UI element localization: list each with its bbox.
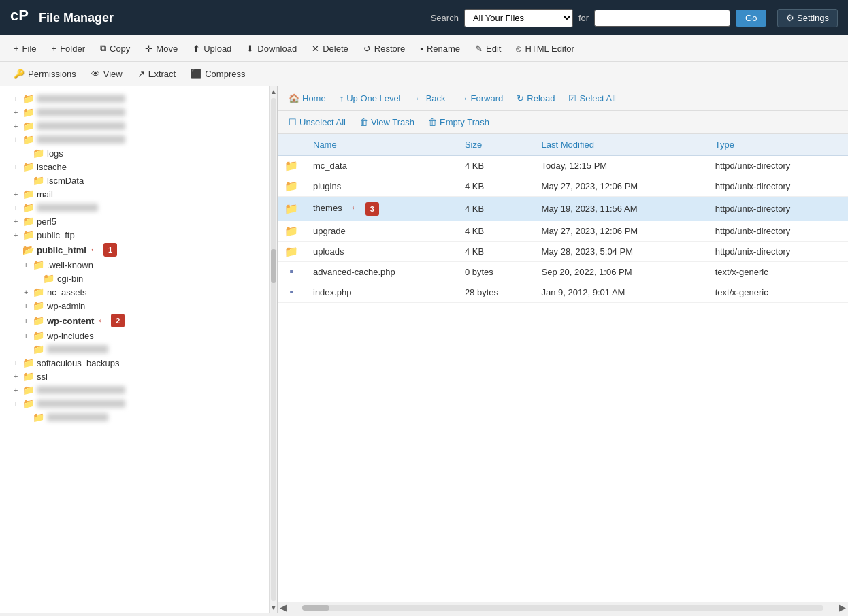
sidebar-item-public-ftp[interactable]: + 📁 public_ftp <box>0 228 269 242</box>
content-nav-row2: ☐ Unselect All 🗑 View Trash 🗑 Empty Tras… <box>278 111 848 134</box>
list-item[interactable]: 📁 <box>0 410 269 424</box>
folder-icon: 📁 <box>33 330 44 341</box>
home-button[interactable]: 🏠 Home <box>283 91 331 106</box>
list-item[interactable]: + 📁 <box>0 133 269 146</box>
table-row[interactable]: 📁 upgrade 4 KB May 27, 2023, 12:06 PM ht… <box>278 221 848 241</box>
settings-button[interactable]: ⚙ Settings <box>777 9 838 27</box>
copy-button[interactable]: ⧉ Copy <box>93 39 137 57</box>
compress-icon: ⬛ <box>191 69 201 79</box>
sidebar-item-lscmdata[interactable]: 📁 lscmData <box>0 174 269 187</box>
sidebar-item-cgi-bin[interactable]: 📁 cgi-bin <box>0 272 269 285</box>
row-name[interactable]: themes ← 3 <box>305 197 457 221</box>
row-name[interactable]: advanced-cache.php <box>305 261 457 282</box>
table-row[interactable]: 📁 uploads 4 KB May 28, 2023, 5:04 PM htt… <box>278 241 848 261</box>
arrow-right-icon: ← <box>350 201 361 213</box>
folder-icon: 📁 <box>33 259 44 270</box>
list-item[interactable]: + 📁 <box>0 383 269 397</box>
sidebar-item-label: .well-known <box>47 260 93 270</box>
eye-icon: 👁 <box>91 69 100 79</box>
sidebar-item-wp-content[interactable]: + 📁 wp-content ← 2 <box>0 312 269 329</box>
upload-button[interactable]: ⬆ Upload <box>186 39 238 57</box>
table-row[interactable]: ▪ advanced-cache.php 0 bytes Sep 20, 202… <box>278 261 848 282</box>
sidebar-item-wp-admin[interactable]: + 📁 wp-admin <box>0 299 269 312</box>
file-table: Name Size Last Modified Type 📁 mc_data 4… <box>278 134 848 303</box>
sidebar-item-nc-assets[interactable]: + 📁 nc_assets <box>0 285 269 299</box>
sidebar-item-label: ssl <box>37 372 48 382</box>
row-modified: Today, 12:15 PM <box>534 156 707 176</box>
row-name[interactable]: upgrade <box>305 221 457 241</box>
back-button[interactable]: ← Back <box>409 91 451 106</box>
rename-button[interactable]: ▪ Rename <box>413 39 467 57</box>
scroll-up-arrow[interactable]: ▲ <box>269 86 278 97</box>
main-layout: ▲ ▼ + 📁 + 📁 + 📁 + <box>0 86 848 613</box>
sidebar-item-ssl[interactable]: + 📁 ssl <box>0 370 269 383</box>
scroll-down-arrow[interactable]: ▼ <box>269 602 278 613</box>
scroll-left-arrow[interactable]: ◀ <box>278 602 289 613</box>
row-name[interactable]: plugins <box>305 176 457 197</box>
table-row[interactable]: 📁 plugins 4 KB May 27, 2023, 12:06 PM ht… <box>278 176 848 197</box>
list-item[interactable]: + 📁 <box>0 106 269 119</box>
scroll-thumb[interactable] <box>302 605 329 611</box>
list-item[interactable]: + 📁 <box>0 119 269 133</box>
table-header-row: Name Size Last Modified Type <box>278 134 848 156</box>
extract-button[interactable]: ↗ Extract <box>131 65 182 82</box>
col-size[interactable]: Size <box>457 134 534 156</box>
row-icon-cell: 📁 <box>278 241 305 261</box>
reload-button[interactable]: ↻ Reload <box>511 91 560 106</box>
move-button[interactable]: ✛ Move <box>138 39 184 57</box>
edit-button[interactable]: ✎ Edit <box>468 39 508 57</box>
extract-icon: ↗ <box>137 69 145 79</box>
list-item[interactable]: + 📁 <box>0 92 269 106</box>
up-one-level-button[interactable]: ↑ Up One Level <box>334 91 406 106</box>
list-item[interactable]: 📁 <box>0 342 269 356</box>
search-scope-dropdown[interactable]: All Your Files <box>464 9 573 27</box>
col-name[interactable] <box>278 134 305 156</box>
sidebar-item-wp-includes[interactable]: + 📁 wp-includes <box>0 329 269 342</box>
view-trash-button[interactable]: 🗑 View Trash <box>354 114 420 130</box>
col-modified[interactable]: Last Modified <box>534 134 707 156</box>
folder-icon: 📁 <box>22 93 34 104</box>
row-name[interactable]: index.php <box>305 282 457 302</box>
go-button[interactable]: Go <box>736 10 766 27</box>
forward-button[interactable]: → Forward <box>454 91 509 106</box>
empty-trash-button[interactable]: 🗑 Empty Trash <box>423 114 495 130</box>
sidebar-item-perl5[interactable]: + 📁 perl5 <box>0 214 269 228</box>
search-input[interactable] <box>594 10 730 27</box>
list-item[interactable]: + 📁 <box>0 397 269 410</box>
restore-icon: ↺ <box>363 44 371 54</box>
permissions-button[interactable]: 🔑 Permissions <box>7 65 83 82</box>
sidebar-item-softaculous[interactable]: + 📁 softaculous_backups <box>0 356 269 370</box>
table-row[interactable]: ▪ index.php 28 bytes Jan 9, 2012, 9:01 A… <box>278 282 848 302</box>
sidebar-item-well-known[interactable]: + 📁 .well-known <box>0 258 269 272</box>
row-name[interactable]: uploads <box>305 241 457 261</box>
row-type: httpd/unix-directory <box>707 241 848 261</box>
delete-button[interactable]: ✕ Delete <box>305 39 355 57</box>
folder-button[interactable]: + Folder <box>45 39 92 57</box>
html-editor-icon: ⎋ <box>516 44 521 54</box>
col-name-label[interactable]: Name <box>305 134 457 156</box>
scroll-right-arrow[interactable]: ▶ <box>837 602 848 613</box>
sidebar-item-lscache[interactable]: + 📁 lscache <box>0 160 269 174</box>
folder-icon: 📁 <box>22 385 34 395</box>
sidebar-item-label: cgi-bin <box>57 274 83 284</box>
sidebar-item-label: nc_assets <box>47 287 87 297</box>
list-item[interactable]: + 📁 <box>0 201 269 214</box>
row-name[interactable]: mc_data <box>305 156 457 176</box>
view-button[interactable]: 👁 View <box>84 65 129 82</box>
html-editor-button[interactable]: ⎋ HTML Editor <box>509 39 581 57</box>
sidebar-item-logs[interactable]: 📁 logs <box>0 146 269 160</box>
unselect-all-button[interactable]: ☐ Unselect All <box>283 114 351 130</box>
table-row[interactable]: 📁 mc_data 4 KB Today, 12:15 PM httpd/uni… <box>278 156 848 176</box>
compress-button[interactable]: ⬛ Compress <box>184 65 252 82</box>
select-all-button[interactable]: ☑ Select All <box>563 91 621 106</box>
file-button[interactable]: + File <box>7 39 44 57</box>
row-type: httpd/unix-directory <box>707 221 848 241</box>
table-row[interactable]: 📁 themes ← 3 4 KB May 19, 2023, 11:56 AM… <box>278 197 848 221</box>
scroll-track[interactable] <box>302 605 823 611</box>
restore-button[interactable]: ↺ Restore <box>357 39 412 57</box>
sidebar-item-public-html[interactable]: − 📂 public_html ← 1 <box>0 242 269 258</box>
sidebar-item-mail[interactable]: + 📁 mail <box>0 187 269 201</box>
col-type[interactable]: Type <box>707 134 848 156</box>
download-button[interactable]: ⬇ Download <box>240 39 304 57</box>
folder-icon: 📁 <box>22 120 34 131</box>
